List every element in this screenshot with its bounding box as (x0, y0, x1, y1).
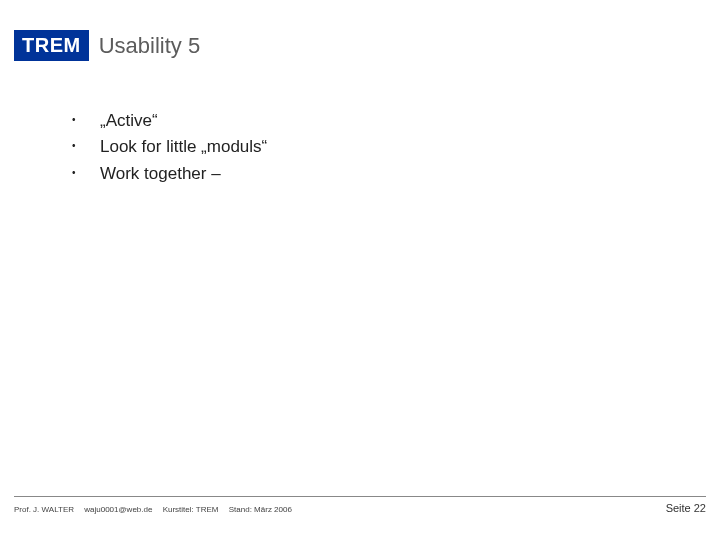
footer-date: Stand: März 2006 (229, 505, 292, 514)
footer-author: Prof. J. WALTER (14, 505, 74, 514)
footer: Prof. J. WALTER waju0001@web.de Kurstite… (14, 502, 706, 514)
slide-title: Usability 5 (99, 33, 200, 59)
footer-email: waju0001@web.de (84, 505, 152, 514)
slide: TREM Usability 5 „Active“ Look for littl… (0, 0, 720, 540)
badge: TREM (14, 30, 89, 61)
footer-course: Kurstitel: TREM (163, 505, 219, 514)
list-item: „Active“ (100, 108, 680, 134)
bullet-list: „Active“ Look for little „moduls“ Work t… (100, 108, 680, 187)
slide-header: TREM Usability 5 (14, 30, 200, 61)
footer-page: Seite 22 (666, 502, 706, 514)
bullet-area: „Active“ Look for little „moduls“ Work t… (100, 108, 680, 187)
list-item: Work together – (100, 161, 680, 187)
footer-left: Prof. J. WALTER waju0001@web.de Kurstite… (14, 505, 300, 514)
footer-divider (14, 496, 706, 497)
list-item: Look for little „moduls“ (100, 134, 680, 160)
